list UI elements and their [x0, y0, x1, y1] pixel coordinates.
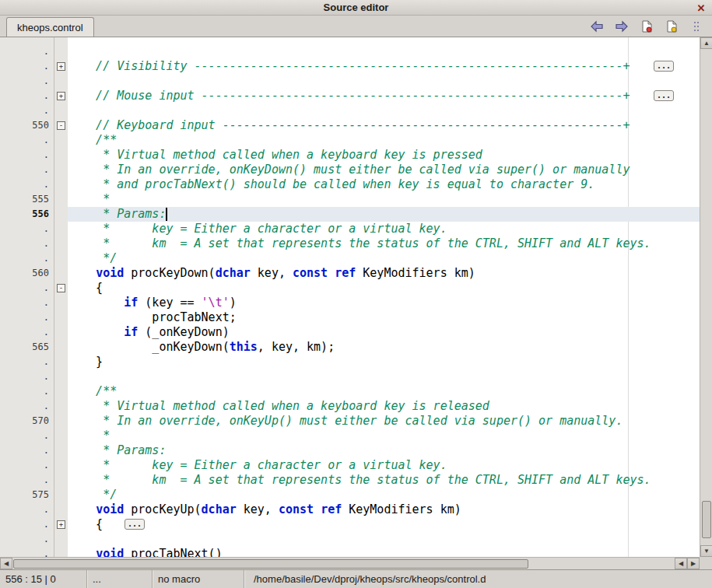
code-text[interactable]: * Params:	[68, 443, 700, 458]
vertical-scroll-thumb[interactable]	[702, 501, 711, 538]
code-line[interactable]: .- {	[0, 281, 700, 296]
collapsed-fold-marker[interactable]: ...	[125, 519, 145, 530]
code-text[interactable]: * Virtual method called when a keyboard …	[68, 148, 700, 163]
code-text[interactable]: {	[68, 281, 700, 296]
code-line[interactable]: .+ {...	[0, 517, 700, 532]
code-text[interactable]: *	[68, 429, 700, 443]
code-line[interactable]: .+ // Mouse input ----------------------…	[0, 89, 700, 103]
code-line[interactable]: . }	[0, 355, 700, 369]
code-text[interactable]: {...	[68, 517, 700, 532]
code-line[interactable]: 550- // Keyboard input -----------------…	[0, 118, 700, 133]
code-line[interactable]: .	[0, 103, 700, 118]
code-text[interactable]: * In an override, onKeyUp() must either …	[68, 414, 700, 429]
code-text[interactable]: // Mouse input -------------------------…	[68, 89, 700, 103]
code-text[interactable]	[68, 369, 700, 384]
document-button-1[interactable]	[637, 18, 656, 35]
code-token: dchar	[216, 266, 251, 280]
code-text[interactable]: // Keyboard input ----------------------…	[68, 118, 700, 133]
nav-back-button[interactable]	[587, 18, 606, 35]
code-text[interactable]: _onKeyDown(this, key, km);	[68, 340, 700, 355]
code-line[interactable]: . /**	[0, 133, 700, 148]
code-text[interactable]: void procKeyUp(dchar key, const ref KeyM…	[68, 502, 700, 517]
fold-margin	[54, 547, 68, 557]
code-line[interactable]: . *	[0, 429, 700, 443]
code-text[interactable]	[68, 44, 700, 59]
code-line[interactable]: . * In an override, onKeyDown() must eit…	[0, 163, 700, 177]
code-text[interactable]: */	[68, 251, 700, 266]
code-line[interactable]: .	[0, 74, 700, 89]
fold-collapse-icon[interactable]: -	[57, 121, 65, 130]
fold-expand-icon[interactable]: +	[57, 92, 65, 100]
code-line[interactable]: . * km = A set that represents the statu…	[0, 236, 700, 251]
fold-collapse-icon[interactable]: -	[57, 284, 65, 292]
scroll-up-button[interactable]: ▲	[700, 37, 712, 49]
document-button-2[interactable]	[662, 18, 681, 35]
scroll-left-button[interactable]: ◀	[0, 558, 12, 569]
code-text[interactable]: *	[68, 192, 700, 207]
code-line[interactable]: . if (_onKeyDown)	[0, 325, 700, 340]
code-text[interactable]: if (_onKeyDown)	[68, 325, 700, 340]
code-text[interactable]: * key = Either a character or a virtual …	[68, 222, 700, 236]
code-line[interactable]: 560 void procKeyDown(dchar key, const re…	[0, 266, 700, 281]
code-line[interactable]: .	[0, 532, 700, 547]
code-text[interactable]	[68, 532, 700, 547]
collapsed-fold-marker[interactable]: ...	[654, 90, 674, 101]
collapsed-fold-marker[interactable]: ...	[654, 61, 674, 72]
horizontal-scrollbar[interactable]: ◀ ◀ ▶	[0, 557, 700, 569]
close-button[interactable]: ✕	[695, 2, 707, 14]
editor-viewport[interactable]: ..+ // Visibility ----------------------…	[0, 37, 700, 557]
code-line[interactable]: . * key = Either a character or a virtua…	[0, 458, 700, 473]
nav-forward-button[interactable]	[612, 18, 631, 35]
code-text[interactable]: * In an override, onKeyDown() must eithe…	[68, 163, 700, 177]
code-text[interactable]: * and procTabNext() should be called whe…	[68, 177, 700, 192]
scroll-right-button[interactable]: ▶	[687, 558, 700, 569]
code-text[interactable]: * km = A set that represents the status …	[68, 473, 700, 488]
code-text[interactable]: void procKeyDown(dchar key, const ref Ke…	[68, 266, 700, 281]
code-line[interactable]: . if (key == '\t')	[0, 296, 700, 310]
scroll-left-button-secondary[interactable]: ◀	[675, 558, 687, 569]
code-line[interactable]: .+ // Visibility -----------------------…	[0, 59, 700, 74]
code-text[interactable]: * Params:	[68, 207, 700, 222]
code-line[interactable]: . /**	[0, 384, 700, 399]
code-line[interactable]: .	[0, 44, 700, 59]
horizontal-scroll-thumb[interactable]	[13, 559, 528, 569]
code-text[interactable]: * key = Either a character or a virtual …	[68, 458, 700, 473]
code-text[interactable]: * Virtual method called when a keyboard …	[68, 399, 700, 414]
code-line[interactable]: 556 * Params:	[0, 207, 700, 222]
code-line[interactable]: 565 _onKeyDown(this, key, km);	[0, 340, 700, 355]
toolbar-grip[interactable]	[687, 18, 706, 35]
code-line[interactable]: . procTabNext;	[0, 310, 700, 325]
code-text[interactable]: /**	[68, 384, 700, 399]
code-text[interactable]: */	[68, 488, 700, 502]
code-text[interactable]: // Visibility --------------------------…	[68, 59, 700, 74]
code-line[interactable]: . * and procTabNext() should be called w…	[0, 177, 700, 192]
code-text[interactable]	[68, 74, 700, 89]
code-line[interactable]: .	[0, 369, 700, 384]
code-line[interactable]: . */	[0, 251, 700, 266]
code-line[interactable]: . void procKeyUp(dchar key, const ref Ke…	[0, 502, 700, 517]
code-text[interactable]: procTabNext;	[68, 310, 700, 325]
fold-expand-icon[interactable]: +	[57, 520, 65, 529]
code-line[interactable]: . * Virtual method called when a keyboar…	[0, 148, 700, 163]
code-line[interactable]: . * Virtual method called when a keyboar…	[0, 399, 700, 414]
tab-kheops-control[interactable]: kheops.control	[6, 17, 94, 37]
code-text[interactable]: /**	[68, 133, 700, 148]
fold-expand-icon[interactable]: +	[57, 62, 65, 71]
scroll-down-button[interactable]: ▼	[700, 545, 712, 557]
code-line[interactable]: . * km = A set that represents the statu…	[0, 473, 700, 488]
code-line[interactable]: . * Params:	[0, 443, 700, 458]
code-line[interactable]: . * key = Either a character or a virtua…	[0, 222, 700, 236]
line-number: 550	[0, 118, 54, 133]
code-text[interactable]: void procTabNext()	[68, 547, 700, 557]
fold-margin	[54, 488, 68, 502]
code-line[interactable]: 555 *	[0, 192, 700, 207]
code-line[interactable]: 575 */	[0, 488, 700, 502]
code-text[interactable]: if (key == '\t')	[68, 296, 700, 310]
fold-margin	[54, 414, 68, 429]
code-line[interactable]: . void procTabNext()	[0, 547, 700, 557]
code-line[interactable]: 570 * In an override, onKeyUp() must eit…	[0, 414, 700, 429]
vertical-scrollbar[interactable]: ▲ ▼	[700, 37, 712, 557]
code-text[interactable]: * km = A set that represents the status …	[68, 236, 700, 251]
code-text[interactable]: }	[68, 355, 700, 369]
code-text[interactable]	[68, 103, 700, 118]
